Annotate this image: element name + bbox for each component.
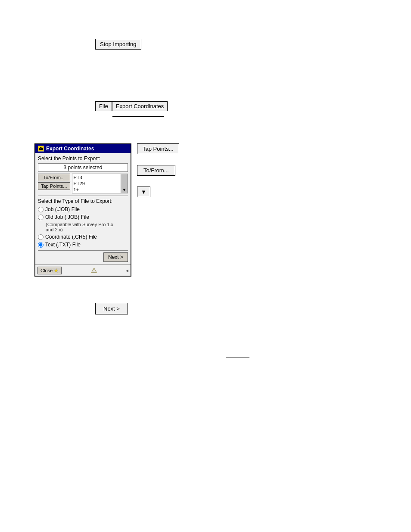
next-button[interactable]: Next > (95, 303, 128, 314)
export-coordinates-menu-button[interactable]: Export Coordinates (112, 101, 168, 111)
dialog-footer: Next > (38, 250, 128, 262)
radio-oldjob-label: Old Job (.JOB) File (45, 214, 89, 220)
radio-coordinate-label: Coordinate (.CR5) File (45, 234, 97, 240)
points-row: To/From... Tap Points... PT3 PT29 1+ ▼ (38, 174, 128, 193)
radio-job[interactable] (38, 207, 44, 212)
dialog-close-bar: Close ★ ⚠ ◂ (35, 264, 131, 276)
radio-coordinate[interactable] (38, 234, 44, 240)
scroll-down-icon: ▼ (122, 187, 127, 193)
file-type-label: Select the Type of File to Export: (38, 198, 128, 204)
file-menu-button[interactable]: File (95, 101, 112, 111)
points-list-scrollbar[interactable]: ▼ (121, 174, 128, 193)
dialog-title-text: Export Coordinates (46, 146, 94, 152)
points-list-area: PT3 PT29 1+ ▼ (72, 174, 128, 193)
points-list-item-3: 1+ (73, 187, 127, 193)
radio-text-row: Text (.TXT) File (38, 242, 128, 248)
tap-points-button[interactable]: Tap Points... (137, 143, 179, 154)
radio-text[interactable] (38, 242, 44, 248)
dialog-resize-handle: ◂ (126, 268, 128, 274)
close-star-icon: ★ (54, 268, 59, 274)
radio-text-label: Text (.TXT) File (45, 242, 81, 248)
radio-job-row: Job (.JOB) File (38, 206, 128, 212)
points-buttons-group: To/From... Tap Points... (38, 174, 70, 190)
close-label: Close (40, 268, 53, 273)
stop-importing-button[interactable]: Stop Importing (95, 39, 141, 50)
old-job-note: (Compatible with Survey Pro 1.xand 2.x) (46, 222, 128, 232)
menu-underline (112, 116, 164, 117)
divider (38, 196, 128, 196)
bottom-underline (226, 358, 249, 358)
dialog-titlebar: 🏔 Export Coordinates (35, 144, 131, 153)
warning-icon: ⚠ (91, 266, 97, 274)
to-from-button-dialog[interactable]: To/From... (38, 174, 70, 181)
dialog-body: Select the Points to Export: 3 points se… (35, 153, 131, 264)
export-coordinates-dialog: 🏔 Export Coordinates Select the Points t… (34, 143, 131, 277)
points-selected-display: 3 points selected (38, 163, 128, 172)
radio-job-label: Job (.JOB) File (45, 206, 80, 212)
select-points-label: Select the Points to Export: (38, 156, 128, 162)
radio-oldjob-row: Old Job (.JOB) File (38, 214, 128, 220)
dialog-title-icon: 🏔 (38, 146, 44, 152)
radio-oldjob[interactable] (38, 215, 44, 220)
points-list-item-1: PT3 (73, 174, 127, 180)
next-button-dialog[interactable]: Next > (103, 252, 128, 262)
dropdown-arrow-button[interactable]: ▼ (137, 187, 150, 197)
tap-points-button-dialog[interactable]: Tap Points... (38, 182, 70, 190)
points-list-item-2: PT29 (73, 180, 127, 187)
close-button-dialog[interactable]: Close ★ (37, 267, 62, 274)
radio-coordinate-row: Coordinate (.CR5) File (38, 234, 128, 240)
to-from-button[interactable]: To/From... (137, 165, 175, 176)
menu-bar: File Export Coordinates (95, 101, 168, 111)
